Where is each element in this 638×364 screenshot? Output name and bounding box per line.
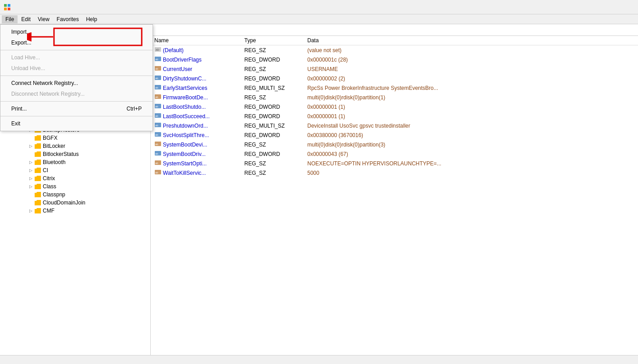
table-row[interactable]: ab BootDriverFlags REG_DWORD 0x0000001c …	[151, 55, 638, 64]
menu-view[interactable]: View	[34, 15, 53, 23]
reg-type: REG_SZ	[241, 168, 304, 178]
svg-text:ab: ab	[155, 152, 158, 155]
tree-item-class[interactable]: ▷ Class	[0, 182, 150, 191]
tree-item-bitlockerstatus[interactable]: ▷ BitlockerStatus	[0, 150, 150, 158]
expander-icon: ▷	[27, 183, 34, 190]
svg-rect-2	[4, 8, 7, 10]
table-row[interactable]: ab SystemBootDevi... REG_SZ multi(0)disk…	[151, 140, 638, 149]
svg-rect-1	[8, 4, 10, 7]
reg-data: 0x00380000 (3670016)	[304, 130, 638, 140]
value-icon: ab	[154, 122, 162, 129]
reg-data: multi(0)disk(0)rdisk(0)partition(3)	[304, 140, 638, 149]
value-icon: ab	[154, 169, 162, 177]
svg-text:ab: ab	[155, 162, 158, 164]
folder-icon	[34, 175, 41, 182]
menu-disconnect-network: Disconnect Network Registry...	[0, 89, 153, 99]
tree-item-bitlocker[interactable]: ▷ BitLocker	[0, 142, 150, 150]
table-row[interactable]: ab WaitToKillServic... REG_SZ 5000	[151, 168, 638, 178]
table-row[interactable]: ab PreshutdownOrd... REG_MULTI_SZ Device…	[151, 121, 638, 130]
maximize-button[interactable]	[593, 0, 614, 14]
reg-name: ab FirmwareBootDe...	[151, 93, 241, 102]
menu-load-hive: Load Hive...	[0, 52, 153, 63]
value-icon: ab	[154, 131, 162, 139]
reg-name: ab SystemStartOpti...	[151, 159, 241, 168]
value-icon: ab	[154, 56, 162, 63]
menu-connect-network[interactable]: Connect Network Registry...	[0, 78, 153, 89]
tree-label: CI	[43, 167, 48, 173]
close-button[interactable]	[614, 0, 634, 14]
reg-data: 5000	[304, 168, 638, 178]
tree-item-bgfx[interactable]: ▷ BGFX	[0, 134, 150, 142]
reg-type: REG_SZ	[241, 159, 304, 168]
tree-item-bluetooth[interactable]: ▷ Bluetooth	[0, 158, 150, 166]
menu-print-shortcut: Ctrl+P	[126, 106, 142, 112]
reg-data: RpcSs Power BrokerInfrastructure SystemE…	[304, 83, 638, 93]
reg-type: REG_DWORD	[241, 149, 304, 159]
svg-text:ab: ab	[155, 77, 158, 80]
tree-item-citrix[interactable]: ▷ Citrix	[0, 174, 150, 182]
status-bar	[0, 355, 638, 364]
svg-text:ab: ab	[155, 133, 158, 136]
minimize-button[interactable]	[572, 0, 593, 14]
reg-name: ab LastBootSucceed...	[151, 111, 241, 121]
menu-import[interactable]: Import...	[0, 27, 153, 37]
reg-name: ab SystemBootDriv...	[151, 149, 241, 159]
table-row[interactable]: ab LastBootShutdo... REG_DWORD 0x0000000…	[151, 102, 638, 111]
folder-icon	[34, 191, 41, 198]
table-row[interactable]: ab SvcHostSplitThre... REG_DWORD 0x00380…	[151, 130, 638, 140]
value-icon: ab	[154, 46, 162, 54]
separator-4	[0, 116, 153, 116]
reg-type: REG_DWORD	[241, 74, 304, 83]
tree-item-ci[interactable]: ▷ CI	[0, 166, 150, 174]
detail-pane[interactable]: Name Type Data ab (Default) REG_SZ (valu…	[151, 36, 638, 355]
reg-name: ab EarlyStartServices	[151, 83, 241, 93]
reg-type: REG_DWORD	[241, 130, 304, 140]
folder-icon	[34, 183, 41, 190]
reg-name: ab PreshutdownOrd...	[151, 121, 241, 130]
table-row[interactable]: ab (Default) REG_SZ (value not set)	[151, 45, 638, 55]
reg-data: multi(0)disk(0)rdisk(0)partition(1)	[304, 93, 638, 102]
table-row[interactable]: ab FirmwareBootDe... REG_SZ multi(0)disk…	[151, 93, 638, 102]
tree-item-clouddomainjoin[interactable]: ▷ CloudDomainJoin	[0, 199, 150, 207]
reg-name: ab SystemBootDevi...	[151, 140, 241, 149]
menu-file[interactable]: File	[2, 15, 18, 23]
tree-label: Bluetooth	[43, 159, 66, 165]
menu-export[interactable]: Export...	[0, 37, 153, 48]
reg-data: USERNAME	[304, 64, 638, 74]
table-row[interactable]: ab CurrentUser REG_SZ USERNAME	[151, 64, 638, 74]
table-row[interactable]: ab SystemBootDriv... REG_DWORD 0x0000004…	[151, 149, 638, 159]
reg-type: REG_SZ	[241, 64, 304, 74]
svg-text:ab: ab	[155, 96, 158, 98]
file-dropdown-menu: Import... Export... Load Hive... Unload …	[0, 24, 153, 131]
reg-name: ab (Default)	[151, 45, 241, 55]
menu-exit[interactable]: Exit	[0, 118, 153, 129]
svg-text:ab: ab	[155, 115, 158, 117]
col-header-name: Name	[151, 36, 241, 45]
folder-icon	[34, 167, 41, 173]
reg-data: 0x00000043 (67)	[304, 149, 638, 159]
value-icon: ab	[154, 75, 162, 82]
svg-text:ab: ab	[155, 67, 158, 70]
table-row[interactable]: ab EarlyStartServices REG_MULTI_SZ RpcSs…	[151, 83, 638, 93]
table-row[interactable]: ab LastBootSucceed... REG_DWORD 0x000000…	[151, 111, 638, 121]
expander-icon: ▷	[27, 167, 34, 174]
reg-type: REG_DWORD	[241, 111, 304, 121]
reg-data: 0x00000001 (1)	[304, 102, 638, 111]
menu-help[interactable]: Help	[82, 15, 101, 23]
tree-item-classpnp[interactable]: ▷ Classpnp	[0, 191, 150, 199]
tree-item-cmf[interactable]: ▷ CMF	[0, 207, 150, 215]
menu-print[interactable]: Print... Ctrl+P	[0, 103, 153, 114]
menu-favorites[interactable]: Favorites	[53, 15, 82, 23]
folder-icon	[34, 151, 41, 157]
reg-data: 0x0000001c (28)	[304, 55, 638, 64]
table-row[interactable]: ab SystemStartOpti... REG_SZ NOEXECUTE=O…	[151, 159, 638, 168]
value-icon: ab	[154, 160, 162, 167]
menu-unload-hive: Unload Hive...	[0, 63, 153, 74]
reg-type: REG_MULTI_SZ	[241, 121, 304, 130]
menu-edit[interactable]: Edit	[18, 15, 34, 23]
value-icon: ab	[154, 65, 162, 73]
reg-type: REG_SZ	[241, 45, 304, 55]
table-row[interactable]: ab DirtyShutdownC... REG_DWORD 0x0000000…	[151, 74, 638, 83]
tree-label: Class	[43, 183, 56, 190]
value-icon: ab	[154, 103, 162, 111]
